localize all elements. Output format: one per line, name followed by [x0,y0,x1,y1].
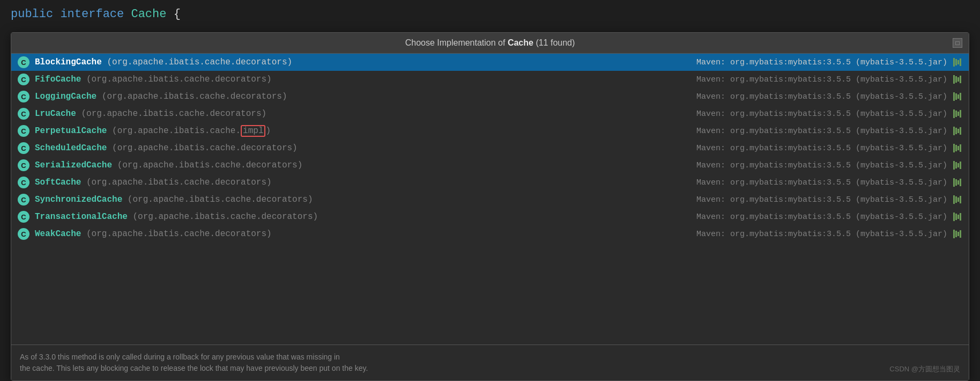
package-name-text: (org.apache.ibatis.cache.decorators) [128,195,313,204]
jar-icon [952,143,962,153]
implementation-popup: Choose Implementation of Cache (11 found… [11,32,969,381]
footer-watermark: CSDN @方圆想当图灵 [889,364,960,374]
close-button[interactable]: □ [953,38,962,48]
jar-icon [952,126,962,136]
item-name: SerializedCache (org.apache.ibatis.cache… [35,160,696,170]
list-item[interactable]: C ScheduledCache (org.apache.ibatis.cach… [11,140,969,157]
item-name: BlockingCache (org.apache.ibatis.cache.d… [35,57,696,67]
popup-title-prefix: Choose Implementation of [405,38,508,47]
list-item[interactable]: C FifoCache (org.apache.ibatis.cache.dec… [11,71,969,88]
code-classname: Cache [131,8,166,21]
keyword-public: public [11,8,53,21]
class-icon: C [18,159,29,171]
code-header: public interface Cache { [0,0,980,28]
list-item[interactable]: C LruCache (org.apache.ibatis.cache.deco… [11,105,969,122]
list-item[interactable]: C PerpetualCache (org.apache.ibatis.cach… [11,122,969,140]
list-item[interactable]: C SerializedCache (org.apache.ibatis.cac… [11,157,969,174]
class-name-text: LoggingCache [35,92,102,101]
jar-icon [952,91,962,102]
class-icon: C [18,108,29,120]
class-name-text: BlockingCache [35,57,107,67]
item-name: SoftCache (org.apache.ibatis.cache.decor… [35,178,696,187]
code-brace: { [174,8,181,21]
popup-overlay: Choose Implementation of Cache (11 found… [0,32,980,381]
item-source: Maven: org.mybatis:mybatis:3.5.5 (mybati… [696,92,947,101]
package-name-text: (org.apache.ibatis.cache.decorators) [86,178,272,187]
highlighted-text: impl [241,125,265,137]
class-icon: C [18,228,29,240]
item-source: Maven: org.mybatis:mybatis:3.5.5 (mybati… [696,75,947,84]
package-name-text: (org.apache.ibatis.cache.decorators) [132,212,318,222]
package-name-text: (org.apache.ibatis.cache.decorators) [102,92,287,101]
popup-header: Choose Implementation of Cache (11 found… [11,33,969,54]
class-name-text: SoftCache [35,178,86,187]
item-name: LoggingCache (org.apache.ibatis.cache.de… [35,92,696,101]
package-name-text: (org.apache.ibatis.cache.decorators) [81,109,266,119]
footer-description: As of 3.3.0 this method is only called d… [20,351,368,374]
item-name: SynchronizedCache (org.apache.ibatis.cac… [35,195,696,204]
package-name-text: (org.apache.ibatis.cache.decorators) [107,57,292,67]
class-name-text: ScheduledCache [35,143,112,153]
popup-title-class: Cache [508,38,533,47]
item-name: TransactionalCache (org.apache.ibatis.ca… [35,212,696,222]
class-icon: C [18,194,29,206]
class-icon: C [18,125,29,137]
jar-icon [952,57,962,68]
item-source: Maven: org.mybatis:mybatis:3.5.5 (mybati… [696,213,947,222]
item-name: PerpetualCache (org.apache.ibatis.cache.… [35,126,696,136]
item-source: Maven: org.mybatis:mybatis:3.5.5 (mybati… [696,109,947,119]
list-item[interactable]: C WeakCache (org.apache.ibatis.cache.dec… [11,225,969,243]
package-name-text: (org.apache.ibatis.cache.decorators) [86,229,272,239]
package-name-text: (org.apache.ibatis.cache.impl) [112,125,271,137]
jar-icon [952,229,962,239]
jar-icon [952,108,962,119]
jar-icon [952,177,962,188]
item-source: Maven: org.mybatis:mybatis:3.5.5 (mybati… [696,230,947,239]
list-item[interactable]: C SoftCache (org.apache.ibatis.cache.dec… [11,174,969,191]
popup-title-suffix: (11 found) [536,38,575,47]
class-name-text: TransactionalCache [35,212,132,222]
class-icon: C [18,177,29,188]
jar-icon [952,160,962,171]
item-source: Maven: org.mybatis:mybatis:3.5.5 (mybati… [696,195,947,204]
item-source: Maven: org.mybatis:mybatis:3.5.5 (mybati… [696,144,947,153]
class-name-text: SerializedCache [35,160,117,170]
package-name-text: (org.apache.ibatis.cache.decorators) [112,143,298,153]
class-name-text: PerpetualCache [35,126,112,136]
item-name: FifoCache (org.apache.ibatis.cache.decor… [35,75,696,84]
package-name-text: (org.apache.ibatis.cache.decorators) [86,75,272,84]
list-item[interactable]: C LoggingCache (org.apache.ibatis.cache.… [11,88,969,105]
item-name: ScheduledCache (org.apache.ibatis.cache.… [35,143,696,153]
list-item[interactable]: C SynchronizedCache (org.apache.ibatis.c… [11,191,969,208]
list-item[interactable]: C BlockingCache (org.apache.ibatis.cache… [11,54,969,71]
list-item[interactable]: C TransactionalCache (org.apache.ibatis.… [11,208,969,225]
class-icon: C [18,211,29,223]
item-name: WeakCache (org.apache.ibatis.cache.decor… [35,229,696,239]
class-icon: C [18,91,29,102]
class-icon: C [18,142,29,154]
jar-icon [952,211,962,222]
popup-title: Choose Implementation of Cache (11 found… [405,38,575,48]
class-name-text: LruCache [35,109,81,119]
keyword-interface: interface [60,8,124,21]
class-icon: C [18,56,29,68]
item-name: LruCache (org.apache.ibatis.cache.decora… [35,109,696,119]
class-icon: C [18,74,29,85]
item-source: Maven: org.mybatis:mybatis:3.5.5 (mybati… [696,127,947,136]
item-source: Maven: org.mybatis:mybatis:3.5.5 (mybati… [696,58,947,67]
popup-footer: As of 3.3.0 this method is only called d… [11,345,969,380]
class-name-text: WeakCache [35,229,86,239]
package-name-text: (org.apache.ibatis.cache.decorators) [117,160,303,170]
implementation-list: C BlockingCache (org.apache.ibatis.cache… [11,54,969,345]
item-source: Maven: org.mybatis:mybatis:3.5.5 (mybati… [696,161,947,170]
jar-icon [952,194,962,205]
class-name-text: SynchronizedCache [35,195,128,204]
class-name-text: FifoCache [35,75,86,84]
jar-icon [952,74,962,85]
item-source: Maven: org.mybatis:mybatis:3.5.5 (mybati… [696,178,947,187]
